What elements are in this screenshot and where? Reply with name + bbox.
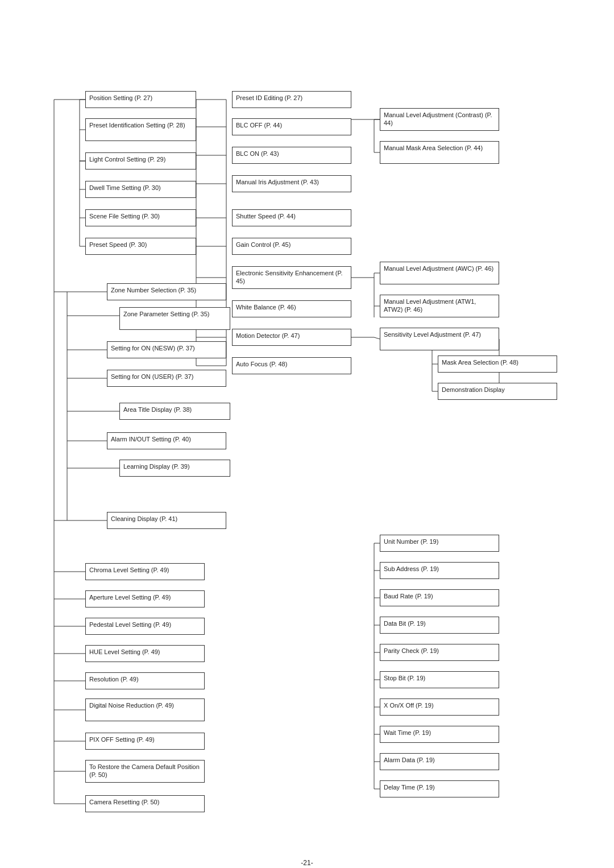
box-motion-detector: Motion Detector (P. 47) bbox=[232, 329, 351, 346]
box-resolution: Resolution (P. 49) bbox=[85, 672, 205, 689]
box-aperture: Aperture Level Setting (P. 49) bbox=[85, 590, 205, 607]
box-pix-off: PIX OFF Setting (P. 49) bbox=[85, 733, 205, 750]
box-auto-focus: Auto Focus (P. 48) bbox=[232, 357, 351, 374]
box-hue: HUE Level Setting (P. 49) bbox=[85, 645, 205, 662]
box-position-setting: Position Setting (P. 27) bbox=[85, 91, 196, 108]
box-setting-nesw: Setting for ON (NESW) (P. 37) bbox=[107, 341, 226, 358]
box-zone-param: Zone Parameter Setting (P. 35) bbox=[119, 307, 230, 330]
box-wait-time: Wait Time (P. 19) bbox=[380, 726, 499, 743]
box-sensitivity-level: Sensitivity Level Adjustment (P. 47) bbox=[380, 328, 499, 350]
box-manual-mask-area: Manual Mask Area Selection (P. 44) bbox=[380, 141, 499, 164]
box-area-title: Area Title Display (P. 38) bbox=[119, 403, 230, 420]
box-blc-off: BLC OFF (P. 44) bbox=[232, 118, 351, 135]
box-manual-iris: Manual Iris Adjustment (P. 43) bbox=[232, 175, 351, 192]
box-cleaning-display: Cleaning Display (P. 41) bbox=[107, 512, 226, 529]
box-sub-address: Sub Address (P. 19) bbox=[380, 562, 499, 579]
diagram-area: Position Setting (P. 27) Preset Identifi… bbox=[23, 34, 591, 848]
box-alarm-inout: Alarm IN/OUT Setting (P. 40) bbox=[107, 432, 226, 449]
page-number: -21- bbox=[23, 859, 591, 867]
box-pedestal: Pedestal Level Setting (P. 49) bbox=[85, 618, 205, 635]
box-electronic-sensitivity: Electronic Sensitivity Enhancement (P. 4… bbox=[232, 266, 351, 289]
box-alarm-data: Alarm Data (P. 19) bbox=[380, 753, 499, 770]
box-data-bit: Data Bit (P. 19) bbox=[380, 617, 499, 634]
box-preset-id-editing: Preset ID Editing (P. 27) bbox=[232, 91, 351, 108]
box-setting-user: Setting for ON (USER) (P. 37) bbox=[107, 370, 226, 387]
box-xon-xoff: X On/X Off (P. 19) bbox=[380, 698, 499, 716]
box-baud-rate: Baud Rate (P. 19) bbox=[380, 589, 499, 606]
box-scene-file: Scene File Setting (P. 30) bbox=[85, 209, 196, 226]
svg-line-52 bbox=[374, 337, 380, 339]
box-shutter-speed: Shutter Speed (P. 44) bbox=[232, 209, 351, 226]
box-gain-control: Gain Control (P. 45) bbox=[232, 238, 351, 255]
page: Position Setting (P. 27) Preset Identifi… bbox=[0, 0, 614, 868]
box-blc-on: BLC ON (P. 43) bbox=[232, 147, 351, 164]
box-preset-identification: Preset Identification Setting (P. 28) bbox=[85, 118, 196, 141]
box-white-balance: White Balance (P. 46) bbox=[232, 300, 351, 317]
box-manual-level-contrast: Manual Level Adjustment (Contrast) (P. 4… bbox=[380, 108, 499, 131]
box-preset-speed: Preset Speed (P. 30) bbox=[85, 238, 196, 255]
box-dwell-time: Dwell Time Setting (P. 30) bbox=[85, 181, 196, 198]
box-dnr: Digital Noise Reduction (P. 49) bbox=[85, 698, 205, 721]
box-zone-number: Zone Number Selection (P. 35) bbox=[107, 283, 226, 300]
box-unit-number: Unit Number (P. 19) bbox=[380, 535, 499, 552]
box-parity-check: Parity Check (P. 19) bbox=[380, 644, 499, 661]
box-delay-time: Delay Time (P. 19) bbox=[380, 780, 499, 797]
box-learning-display: Learning Display (P. 39) bbox=[119, 460, 230, 477]
box-camera-reset: Camera Resetting (P. 50) bbox=[85, 795, 205, 812]
box-stop-bit: Stop Bit (P. 19) bbox=[380, 671, 499, 688]
box-demonstration-display: Demonstration Display bbox=[438, 383, 557, 400]
box-light-control: Light Control Setting (P. 29) bbox=[85, 152, 196, 170]
box-chroma: Chroma Level Setting (P. 49) bbox=[85, 563, 205, 580]
box-manual-level-awc: Manual Level Adjustment (AWC) (P. 46) bbox=[380, 262, 499, 284]
box-restore-camera: To Restore the Camera Default Position (… bbox=[85, 760, 205, 783]
box-manual-level-atw: Manual Level Adjustment (ATW1, ATW2) (P.… bbox=[380, 295, 499, 317]
box-mask-area-selection: Mask Area Selection (P. 48) bbox=[438, 356, 557, 373]
